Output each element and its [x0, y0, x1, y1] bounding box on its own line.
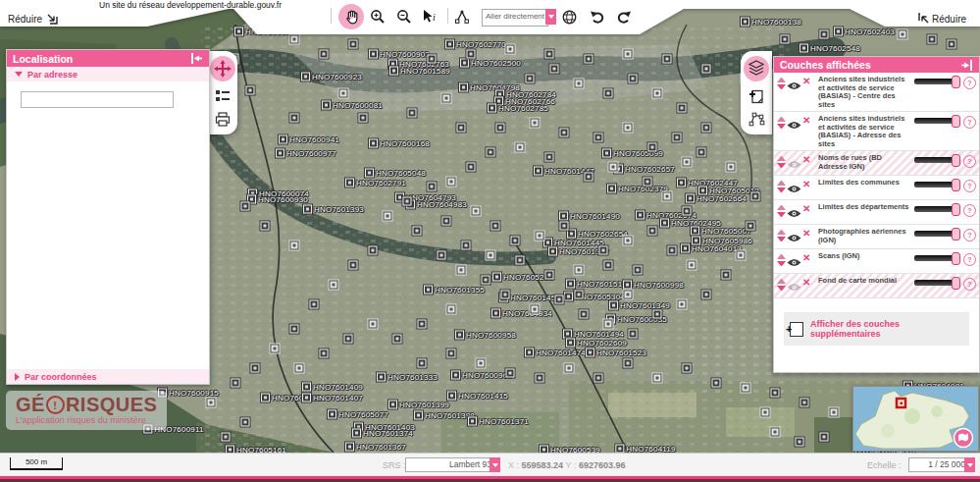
layer-visibility-eye-icon[interactable] [786, 180, 802, 197]
basias-site-square-marker[interactable] [761, 408, 770, 417]
basias-site-marker[interactable]: HNO7602657 [614, 165, 675, 174]
basias-site-square-marker[interactable] [339, 89, 348, 98]
basias-site-square-marker[interactable] [747, 222, 755, 231]
basias-site-marker[interactable]: HNO7602654 [567, 230, 628, 239]
basias-site-square-marker[interactable] [737, 251, 746, 260]
layer-visibility-eye-icon[interactable] [786, 77, 802, 94]
basias-site-square-marker[interactable] [722, 271, 731, 280]
overview-minimap[interactable] [852, 386, 979, 452]
layer-help-icon[interactable]: ? [963, 77, 976, 89]
basias-site-square-marker[interactable] [232, 379, 240, 388]
basias-site-square-marker[interactable] [531, 119, 540, 128]
basias-site-square-marker[interactable] [683, 158, 692, 167]
section-par-coordonnees[interactable]: Par coordonnées [7, 369, 209, 384]
basias-site-marker[interactable]: HNO7604119 [615, 445, 675, 454]
layer-opacity-slider[interactable] [914, 206, 959, 212]
basias-site-square-marker[interactable] [536, 232, 544, 241]
basias-site-marker[interactable]: HNO7605007 [691, 227, 751, 236]
basias-site-square-marker[interactable] [702, 124, 711, 133]
basias-site-square-marker[interactable] [624, 291, 633, 299]
basias-site-square-marker[interactable] [290, 325, 299, 334]
move-down-icon[interactable] [777, 212, 786, 217]
basias-site-square-marker[interactable] [629, 75, 638, 83]
basias-site-marker[interactable]: HNO7604983 [406, 200, 467, 209]
basias-site-square-marker[interactable] [820, 433, 829, 442]
basias-site-marker[interactable]: HNO7604013 [681, 244, 742, 253]
basias-site-square-marker[interactable] [442, 94, 451, 103]
basias-site-marker[interactable]: HNO7604934 [491, 309, 552, 318]
layer-remove-icon[interactable]: ✕ [802, 155, 815, 165]
basias-site-square-marker[interactable] [369, 320, 378, 329]
move-down-icon[interactable] [777, 124, 786, 129]
layer-help-icon[interactable]: ? [963, 229, 976, 241]
basias-site-square-marker[interactable] [457, 124, 466, 133]
basias-site-square-marker[interactable] [648, 227, 657, 236]
goto-select[interactable]: Aller directement à ... [482, 9, 548, 27]
layer-help-icon[interactable]: ? [963, 155, 976, 168]
basias-site-square-marker[interactable] [560, 129, 569, 137]
slider-handle[interactable] [952, 115, 960, 128]
basias-site-square-marker[interactable] [457, 266, 466, 275]
basias-site-square-marker[interactable] [393, 335, 402, 344]
basias-site-square-marker[interactable] [634, 266, 643, 275]
zoom-in-tool[interactable] [367, 6, 388, 27]
basias-site-marker[interactable]: HNO7602379 [607, 185, 668, 193]
slider-handle[interactable] [952, 203, 960, 216]
basias-site-square-marker[interactable] [653, 310, 662, 319]
basias-site-marker[interactable]: HNO7605048 [365, 169, 426, 178]
slider-handle[interactable] [952, 179, 960, 191]
layer-remove-icon[interactable]: ✕ [802, 180, 815, 189]
move-up-icon[interactable] [777, 254, 786, 259]
basias-site-square-marker[interactable] [369, 246, 378, 255]
basias-site-square-marker[interactable] [673, 134, 682, 142]
basias-site-square-marker[interactable] [349, 261, 358, 270]
layer-opacity-slider[interactable] [914, 118, 959, 124]
basias-site-square-marker[interactable] [442, 217, 451, 226]
move-up-icon[interactable] [777, 230, 786, 235]
layer-opacity-slider[interactable] [914, 255, 959, 261]
expand-arrow-icon[interactable] [918, 13, 930, 25]
layer-help-icon[interactable]: ? [963, 116, 976, 129]
basias-site-square-marker[interactable] [702, 65, 711, 74]
basias-site-square-marker[interactable] [609, 163, 618, 172]
basias-site-square-marker[interactable] [644, 178, 652, 187]
basias-site-square-marker[interactable] [506, 369, 515, 378]
minimap-toggle-button[interactable] [953, 427, 974, 449]
layer-remove-icon[interactable]: ✕ [802, 229, 815, 239]
basias-site-square-marker[interactable] [624, 50, 633, 59]
basias-site-square-marker[interactable] [585, 173, 593, 182]
basias-site-marker[interactable]: HNO7601589 [389, 67, 450, 76]
basias-site-square-marker[interactable] [516, 256, 525, 265]
basias-site-marker[interactable]: HNO7602785 [488, 104, 548, 113]
basias-site-square-marker[interactable] [467, 163, 476, 172]
slider-handle[interactable] [952, 154, 960, 167]
basias-site-square-marker[interactable] [545, 50, 554, 59]
basias-site-square-marker[interactable] [688, 261, 696, 270]
basias-site-square-marker[interactable] [447, 305, 456, 314]
basias-site-square-marker[interactable] [295, 364, 304, 373]
layer-reorder-arrows[interactable] [777, 205, 786, 217]
layer-help-icon[interactable]: ? [963, 278, 976, 291]
basias-site-square-marker[interactable] [594, 134, 603, 142]
basias-site-square-marker[interactable] [604, 261, 613, 270]
basias-site-square-marker[interactable] [447, 349, 456, 358]
layer-reorder-arrows[interactable] [777, 181, 786, 192]
basias-site-square-marker[interactable] [462, 241, 471, 250]
basias-site-marker[interactable]: HNO7600941 [279, 135, 339, 144]
basias-site-square-marker[interactable] [418, 359, 427, 368]
basias-site-marker[interactable]: HNO7601374 [352, 429, 413, 438]
layer-reorder-arrows[interactable] [777, 230, 786, 241]
basias-site-square-marker[interactable] [624, 237, 633, 245]
basias-site-marker[interactable]: HNO7601445 [543, 239, 604, 247]
layer-visibility-eye-icon[interactable] [786, 229, 802, 246]
basias-site-marker[interactable]: HNO7600168 [369, 139, 430, 148]
collapse-arrow-icon[interactable] [46, 13, 58, 25]
layers-mode-button[interactable] [744, 56, 769, 81]
move-up-icon[interactable] [777, 117, 786, 122]
section-par-adresse[interactable]: Par adresse [7, 67, 209, 81]
basias-site-square-marker[interactable] [438, 251, 446, 260]
basias-site-square-marker[interactable] [359, 114, 368, 123]
basias-site-marker[interactable]: HNO7601367 [345, 443, 406, 452]
basias-site-square-marker[interactable] [545, 153, 554, 162]
basias-site-square-marker[interactable] [555, 295, 564, 304]
